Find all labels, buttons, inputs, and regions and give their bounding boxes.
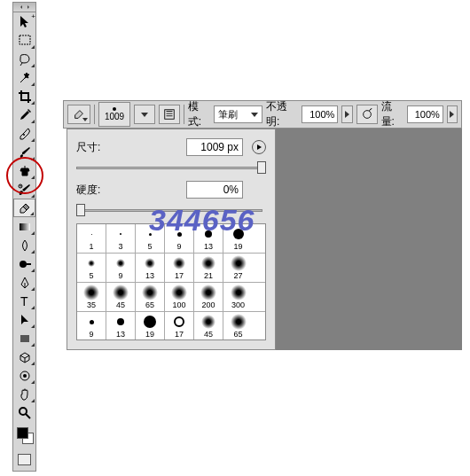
svg-text:T: T <box>20 294 28 308</box>
opacity-input[interactable]: 100% <box>302 105 338 123</box>
svg-point-9 <box>20 408 27 415</box>
crop-tool[interactable] <box>13 87 35 105</box>
brush-preset[interactable]: 13 <box>194 224 223 253</box>
brush-preset[interactable]: 45 <box>194 312 223 340</box>
mode-label: 模式: <box>188 99 210 129</box>
color-swatches[interactable] <box>13 425 35 445</box>
opacity-label: 不透明: <box>266 99 298 129</box>
shape-tool[interactable] <box>13 329 35 347</box>
mode-select[interactable]: 筆刷 <box>214 105 262 123</box>
history-brush-tool[interactable] <box>13 180 35 199</box>
brush-preset[interactable]: 45 <box>106 283 136 311</box>
brush-preset[interactable]: 9 <box>165 224 194 253</box>
path-selection-tool[interactable] <box>13 310 35 329</box>
brush-preset[interactable]: 17 <box>165 254 194 282</box>
svg-point-11 <box>363 111 371 119</box>
brush-preset-panel: 尺寸: 硬度: 13591319591317212735456510020030… <box>67 129 276 350</box>
svg-rect-6 <box>20 335 29 342</box>
flow-label: 流量: <box>381 99 403 129</box>
marquee-tool[interactable] <box>13 31 35 50</box>
brush-preset[interactable]: 9 <box>106 254 136 282</box>
brush-preset[interactable]: 65 <box>223 312 253 340</box>
tool-preset-picker[interactable] <box>67 105 90 124</box>
hardness-input[interactable] <box>186 181 243 199</box>
hardness-label: 硬度: <box>76 183 121 198</box>
size-label: 尺寸: <box>76 140 121 155</box>
brush-preset[interactable]: 100 <box>165 283 194 311</box>
brush-size-readout: 1009 <box>105 113 124 121</box>
brush-preset-dropdown[interactable] <box>134 105 155 124</box>
lasso-tool[interactable] <box>13 50 35 68</box>
brush-preset[interactable]: 65 <box>136 283 165 311</box>
blur-tool[interactable] <box>13 236 35 254</box>
brush-preset[interactable]: 5 <box>136 224 165 253</box>
move-tool[interactable]: + <box>13 12 35 31</box>
toolbar-drag-handle[interactable] <box>13 3 35 12</box>
svg-point-4 <box>20 261 27 268</box>
opacity-slider-btn[interactable] <box>341 105 352 123</box>
brush-preset[interactable]: 5 <box>77 254 106 282</box>
brush-preset[interactable]: 19 <box>223 224 253 253</box>
svg-rect-3 <box>20 223 30 230</box>
dodge-tool[interactable] <box>13 254 35 273</box>
3d-tool[interactable] <box>13 347 35 366</box>
brush-panel-toggle[interactable] <box>159 105 180 124</box>
pen-tool[interactable] <box>13 273 35 292</box>
size-slider[interactable] <box>76 161 262 174</box>
flow-slider-btn[interactable] <box>447 105 458 123</box>
brush-preset[interactable]: 27 <box>223 254 253 282</box>
brush-preset[interactable]: 3 <box>106 224 136 253</box>
3d-camera-tool[interactable] <box>13 366 35 385</box>
eyedropper-tool[interactable] <box>13 105 35 124</box>
eraser-tool[interactable] <box>13 199 35 217</box>
type-tool[interactable]: T <box>13 292 35 310</box>
svg-point-8 <box>23 374 27 378</box>
foreground-color-swatch[interactable] <box>17 427 28 439</box>
canvas-area[interactable] <box>276 129 462 350</box>
brush-preset-picker[interactable]: 1009 <box>98 102 130 127</box>
gradient-tool[interactable] <box>13 217 35 236</box>
brush-preset[interactable]: 200 <box>194 283 223 311</box>
brush-preset[interactable]: 1 <box>77 224 106 253</box>
brush-preset[interactable]: 13 <box>136 254 165 282</box>
brush-preset[interactable]: 17 <box>165 312 194 340</box>
panel-menu-btn[interactable] <box>252 140 266 154</box>
hardness-slider[interactable] <box>76 204 262 216</box>
svg-point-1 <box>23 134 25 136</box>
tablet-opacity-toggle[interactable] <box>356 105 378 124</box>
brush-presets-grid: 1359131959131721273545651002003009131917… <box>76 223 266 340</box>
mode-value: 筆刷 <box>218 108 248 121</box>
brush-preset[interactable]: 19 <box>136 312 165 340</box>
size-input[interactable] <box>186 138 243 156</box>
brush-preset[interactable]: 35 <box>77 283 106 311</box>
tools-panel: + T <box>12 2 36 472</box>
quick-mask-toggle[interactable] <box>13 450 35 468</box>
clone-stamp-tool[interactable] <box>13 161 35 180</box>
flow-input[interactable]: 100% <box>407 105 443 123</box>
hand-tool[interactable] <box>13 385 35 403</box>
options-bar: 1009 模式: 筆刷 不透明: 100% 流量: 100% <box>63 100 462 129</box>
brush-tool[interactable] <box>13 143 35 161</box>
brush-preset[interactable]: 21 <box>194 254 223 282</box>
svg-rect-0 <box>20 35 30 44</box>
zoom-tool[interactable] <box>13 403 35 422</box>
brush-preset[interactable]: 13 <box>106 312 136 340</box>
healing-brush-tool[interactable] <box>13 124 35 143</box>
magic-wand-tool[interactable] <box>13 68 35 87</box>
brush-preset[interactable]: 300 <box>223 283 253 311</box>
brush-preset[interactable]: 9 <box>77 312 106 340</box>
